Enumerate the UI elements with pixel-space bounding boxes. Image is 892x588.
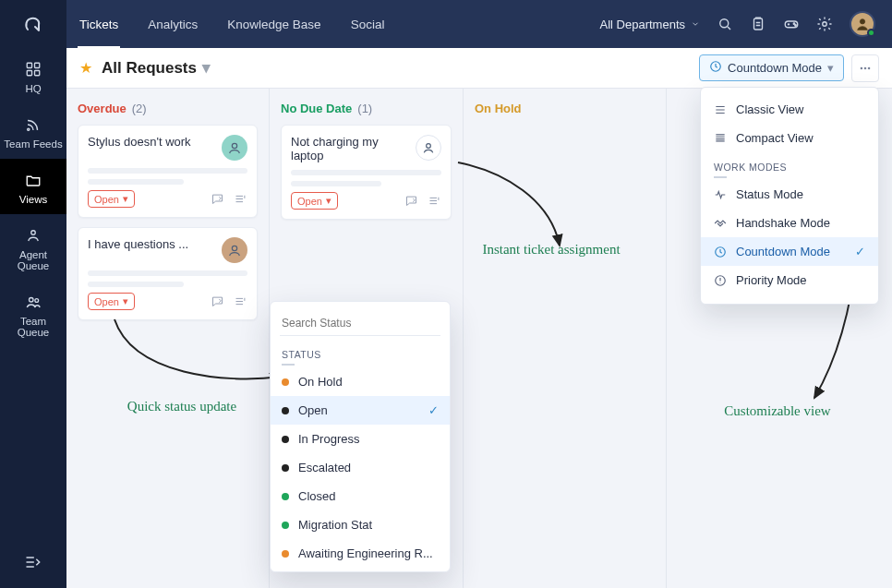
app-logo: [0, 0, 66, 48]
column-title: Overdue: [78, 102, 127, 115]
gear-icon[interactable]: [816, 16, 833, 32]
svg-point-18: [868, 67, 870, 69]
svg-point-16: [861, 67, 862, 69]
view-menu-item-compact[interactable]: Compact View: [701, 124, 878, 152]
ticket-card[interactable]: I have questions ... Open▾: [78, 227, 258, 320]
status-option[interactable]: Awaiting Engineering R...: [271, 539, 450, 568]
svg-point-11: [793, 23, 795, 25]
department-selector[interactable]: All Departments: [600, 18, 700, 31]
status-dropdown[interactable]: Open▾: [88, 293, 135, 310]
svg-rect-0: [27, 63, 31, 67]
check-icon: ✓: [855, 245, 865, 258]
ticket-preview: [88, 270, 247, 287]
svg-rect-1: [35, 63, 40, 67]
svg-point-7: [35, 299, 39, 303]
svg-point-12: [795, 25, 797, 27]
presence-indicator: [867, 29, 875, 37]
view-menu-item-classic[interactable]: Classic View: [701, 95, 878, 124]
grid-icon: [4, 59, 63, 79]
user-avatar[interactable]: [850, 11, 875, 37]
clock-icon: [709, 60, 722, 76]
view-menu-label: Countdown Mode: [736, 245, 830, 258]
mode-label: Countdown Mode: [728, 61, 822, 75]
status-option[interactable]: Closed: [271, 482, 450, 510]
status-option[interactable]: Migration Stat: [271, 510, 450, 539]
svg-point-6: [30, 298, 34, 303]
annotation-instant-assign: Instant ticket assignment: [477, 241, 625, 258]
priority-icon: [714, 274, 727, 287]
status-option[interactable]: Open✓: [271, 396, 450, 425]
sidebar-collapse-button[interactable]: [0, 540, 66, 588]
view-menu-label: Status Mode: [736, 187, 803, 201]
sidebar-item-label: Agent Queue: [4, 249, 63, 271]
gamepad-icon[interactable]: [783, 16, 800, 32]
assign-user-button[interactable]: [416, 135, 441, 161]
comment-icon[interactable]: [404, 194, 418, 208]
status-color-dot: [282, 436, 289, 443]
mode-selector-button[interactable]: Countdown Mode ▾: [699, 54, 844, 81]
status-search-input[interactable]: [280, 311, 440, 336]
folder-icon: [4, 170, 63, 190]
status-option[interactable]: Escalated: [271, 453, 450, 482]
view-menu-item-handshake-mode[interactable]: Handshake Mode: [701, 209, 878, 237]
assignee-avatar[interactable]: [222, 135, 247, 161]
comment-icon[interactable]: [211, 294, 224, 308]
chevron-down-icon: ▾: [326, 195, 331, 207]
view-menu-label: Compact View: [736, 131, 814, 145]
comment-icon[interactable]: [211, 192, 224, 206]
status-option-label: Escalated: [298, 461, 351, 474]
department-label: All Departments: [600, 18, 685, 31]
tab-social[interactable]: Social: [349, 0, 387, 48]
view-menu-label: Handshake Mode: [736, 216, 830, 230]
status-dropdown[interactable]: Open▾: [88, 190, 135, 208]
svg-rect-9: [754, 18, 763, 30]
column-no-due-date: No Due Date (1) Not charging my laptop O…: [270, 89, 464, 588]
tab-tickets[interactable]: Tickets: [78, 0, 120, 48]
priority-level-icon[interactable]: [234, 294, 247, 308]
agent-icon: [4, 225, 63, 246]
sidebar-item-label: HQ: [4, 83, 63, 94]
status-color-dot: [282, 522, 289, 529]
priority-level-icon[interactable]: [428, 194, 441, 208]
sidebar-item-team-queue[interactable]: Team Queue: [0, 281, 66, 347]
top-nav: Tickets Analytics Knowledge Base Social …: [66, 0, 892, 48]
tab-knowledge-base[interactable]: Knowledge Base: [225, 0, 322, 48]
assignee-avatar[interactable]: [222, 237, 247, 263]
sidebar-item-hq[interactable]: HQ: [0, 48, 66, 103]
ticket-preview: [291, 170, 441, 186]
status-option[interactable]: In Progress: [271, 425, 450, 453]
ticket-card[interactable]: Stylus doesn't work Open▾: [78, 125, 258, 218]
more-options-button[interactable]: [851, 54, 879, 82]
compact-icon: [714, 132, 727, 145]
view-menu-item-status-mode[interactable]: Status Mode: [701, 180, 878, 209]
status-dropdown[interactable]: Open▾: [291, 192, 338, 210]
view-menu-item-countdown-mode[interactable]: Countdown Mode ✓: [701, 237, 878, 266]
chevron-down-icon: ▾: [123, 295, 128, 307]
clipboard-icon[interactable]: [750, 16, 766, 32]
status-option-label: On Hold: [298, 375, 343, 389]
status-color-dot: [282, 493, 289, 500]
status-section-header: STATUS: [271, 342, 450, 367]
view-menu-item-priority-mode[interactable]: Priority Mode: [701, 266, 878, 294]
tab-analytics[interactable]: Analytics: [146, 0, 199, 48]
status-option[interactable]: On Hold: [271, 367, 450, 396]
svg-point-14: [860, 19, 864, 24]
svg-point-8: [720, 19, 729, 28]
ticket-card[interactable]: Not charging my laptop Open▾: [281, 125, 452, 220]
star-icon[interactable]: ★: [79, 59, 92, 77]
sidebar-item-views[interactable]: Views: [0, 159, 66, 214]
priority-level-icon[interactable]: [234, 192, 247, 206]
sidebar-item-agent-queue[interactable]: Agent Queue: [0, 214, 66, 281]
svg-point-22: [232, 246, 236, 250]
ticket-title: Stylus doesn't work: [88, 135, 214, 149]
page-header: ★ All Requests ▾ Countdown Mode ▾ Classi…: [66, 48, 892, 89]
status-color-dot: [282, 378, 289, 386]
view-mode-menu: Classic View Compact View WORK MODES Sta…: [700, 87, 879, 305]
sidebar-item-team-feeds[interactable]: Team Feeds: [0, 103, 66, 159]
column-count: (2): [132, 102, 147, 115]
search-icon[interactable]: [717, 16, 733, 32]
status-popover: STATUS On HoldOpen✓In ProgressEscalatedC…: [270, 301, 451, 572]
pulse-icon: [714, 188, 727, 201]
svg-rect-2: [27, 71, 31, 76]
page-title-selector[interactable]: All Requests ▾: [102, 58, 211, 78]
